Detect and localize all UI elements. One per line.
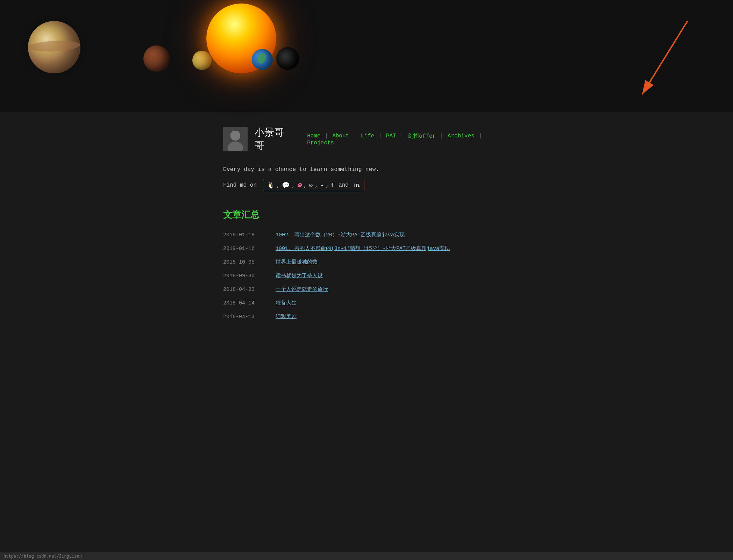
social-and: and bbox=[335, 182, 352, 188]
social-prefix: Find me on bbox=[223, 182, 257, 188]
article-item: 2018-10-05世界上最孤独的数 bbox=[223, 259, 510, 265]
svg-line-1 bbox=[642, 21, 688, 94]
nav-sep-3: | bbox=[378, 133, 382, 139]
social-box: 🐧 , 💬 , ⊛ , ⊙ , ✦ , f and in. bbox=[263, 179, 365, 191]
tagline: Every day is a chance to learn something… bbox=[223, 166, 510, 173]
nav-pat[interactable]: PAT bbox=[382, 133, 400, 139]
sep1: , bbox=[277, 182, 280, 188]
article-link[interactable]: 准备人生 bbox=[276, 300, 297, 306]
article-date: 2019-01-18 bbox=[223, 232, 265, 238]
nav-home[interactable]: Home bbox=[303, 133, 325, 139]
planet-jupiter bbox=[28, 21, 80, 73]
svg-point-5 bbox=[231, 131, 240, 140]
nav-sword-offer[interactable]: 剑指offer bbox=[404, 132, 440, 140]
article-item: 2019-01-161001. 害死人不偿命的(3n+1)猜想（15分）-浙大P… bbox=[223, 245, 510, 252]
sep4: , bbox=[315, 182, 318, 188]
article-link[interactable]: 读书就是为了垒人设 bbox=[276, 272, 323, 279]
article-list: 2019-01-181002. 写出这个数（20）-浙大PAT乙级真题java实… bbox=[223, 231, 510, 320]
status-url: https://blog.csdn.net/JingLisen bbox=[3, 554, 82, 559]
article-item: 2019-01-181002. 写出这个数（20）-浙大PAT乙级真题java实… bbox=[223, 231, 510, 238]
nav-sep-5: | bbox=[440, 133, 443, 139]
weibo-icon[interactable]: ⊛ bbox=[297, 181, 301, 189]
planet-dark bbox=[276, 47, 299, 70]
nav-sep-1: | bbox=[325, 133, 328, 139]
article-date: 2019-01-16 bbox=[223, 246, 265, 252]
article-link[interactable]: 世界上最孤独的数 bbox=[276, 259, 318, 265]
planet-mars bbox=[143, 45, 170, 72]
article-link[interactable]: 1002. 写出这个数（20）-浙大PAT乙级真题java实现 bbox=[276, 231, 405, 238]
article-date: 2018-04-13 bbox=[223, 314, 265, 320]
status-bar: https://blog.csdn.net/JingLisen bbox=[0, 552, 733, 560]
article-item: 2018-04-14准备人生 bbox=[223, 300, 510, 306]
article-link[interactable]: 细观美剧 bbox=[276, 313, 297, 320]
article-date: 2018-09-30 bbox=[223, 273, 265, 279]
social-line: Find me on 🐧 , 💬 , ⊛ , ⊙ , ✦ , f and in. bbox=[223, 179, 510, 191]
nav-about[interactable]: About bbox=[328, 133, 353, 139]
article-date: 2018-04-14 bbox=[223, 300, 265, 306]
avatar bbox=[223, 127, 248, 151]
section-title: 文章汇总 bbox=[223, 209, 510, 221]
nav-archives[interactable]: Archives bbox=[443, 133, 479, 139]
qq-icon[interactable]: 🐧 bbox=[267, 181, 275, 189]
nav-sep-6: | bbox=[479, 133, 482, 139]
main-content: 小景哥哥 Home | About | Life | PAT | 剑指offer… bbox=[209, 112, 524, 337]
arrow-annotation bbox=[611, 0, 716, 112]
site-header: 小景哥哥 Home | About | Life | PAT | 剑指offer… bbox=[223, 122, 510, 152]
github-icon[interactable]: ⊙ bbox=[309, 181, 313, 189]
article-link[interactable]: 1001. 害死人不偿命的(3n+1)猜想（15分）-浙大PAT乙级真题java… bbox=[276, 245, 450, 252]
avatar-image bbox=[223, 127, 248, 151]
planet-earth bbox=[252, 49, 273, 70]
article-date: 2018-04-23 bbox=[223, 287, 265, 293]
sep5: , bbox=[326, 182, 329, 188]
article-date: 2018-10-05 bbox=[223, 259, 265, 265]
site-title: 小景哥哥 bbox=[255, 126, 292, 152]
twitter-icon[interactable]: ✦ bbox=[320, 182, 324, 189]
facebook-icon[interactable]: f bbox=[331, 182, 333, 188]
site-nav: Home | About | Life | PAT | 剑指offer | Ar… bbox=[303, 132, 510, 146]
sep2: , bbox=[292, 182, 295, 188]
article-item: 2018-04-23一个人说走就走的旅行 bbox=[223, 286, 510, 293]
article-link[interactable]: 一个人说走就走的旅行 bbox=[276, 286, 328, 293]
nav-sep-2: | bbox=[353, 133, 357, 139]
wechat-icon[interactable]: 💬 bbox=[282, 181, 290, 189]
planet-scene bbox=[0, 0, 733, 112]
linkedin-icon[interactable]: in. bbox=[354, 182, 361, 188]
planet-small bbox=[192, 51, 212, 70]
sep3: , bbox=[304, 182, 307, 188]
article-item: 2018-09-30读书就是为了垒人设 bbox=[223, 272, 510, 279]
nav-sep-4: | bbox=[400, 133, 404, 139]
nav-projects[interactable]: Projects bbox=[303, 140, 338, 146]
nav-life[interactable]: Life bbox=[357, 133, 378, 139]
article-item: 2018-04-13细观美剧 bbox=[223, 313, 510, 320]
